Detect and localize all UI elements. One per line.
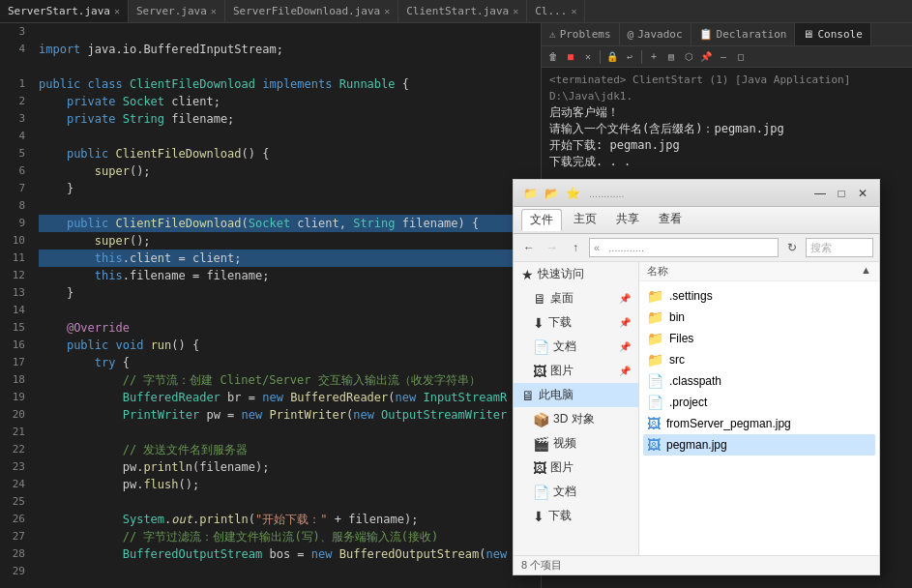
fe-up-btn[interactable]: ↑: [566, 238, 585, 257]
sidebar-videos[interactable]: 🎬 视频: [514, 431, 638, 456]
file-classpath-icon: 📄: [647, 373, 663, 389]
code-line: public void run() {: [39, 337, 541, 354]
code-line: public ClientFileDownload() {: [39, 145, 541, 162]
fe-tab-file[interactable]: 文件: [521, 209, 562, 231]
folder-icon: 📁: [521, 185, 539, 202]
remove-launch-btn[interactable]: ✕: [580, 49, 596, 65]
file-files-label: Files: [669, 332, 693, 345]
code-line: BufferedOutputStream bos = new BufferedO…: [39, 545, 541, 563]
documents-icon: 📄: [533, 339, 549, 355]
documents-label: 文档: [553, 338, 576, 355]
sidebar-3dobjects[interactable]: 📦 3D 对象: [514, 407, 638, 431]
code-line: }: [39, 284, 541, 302]
sort-arrow: ▲: [861, 264, 871, 279]
scroll-lock-btn[interactable]: 🔒: [604, 49, 620, 65]
display-selected-btn[interactable]: ▤: [663, 49, 679, 65]
code-line: [39, 58, 541, 75]
fe-forward-btn[interactable]: →: [543, 238, 562, 257]
sidebar-desktop[interactable]: 🖥 桌面 📌: [514, 286, 638, 310]
clear-console-btn[interactable]: 🗑: [545, 49, 561, 65]
code-line: BufferedReader br = new BufferedReader(n…: [39, 389, 541, 406]
code-line: try {: [39, 354, 541, 371]
tab-javadoc[interactable]: @ Javadoc: [620, 23, 691, 45]
code-line: this.client = client;: [39, 250, 541, 267]
file-item-bin[interactable]: 📁 bin: [643, 307, 875, 328]
tab-declaration[interactable]: 📋 Declaration: [691, 23, 796, 45]
file-item-fromserver[interactable]: 🖼 fromServer_pegman.jpg: [643, 413, 875, 434]
new-console-btn[interactable]: +: [646, 49, 662, 65]
desktop-icon: 🖥: [533, 291, 546, 307]
minimize-btn[interactable]: —: [811, 185, 829, 202]
fe-search-box[interactable]: 搜索: [806, 238, 873, 257]
code-line: [39, 493, 541, 511]
fe-file-list: 📁 .settings 📁 bin 📁 Files 📁 src 📄: [639, 281, 879, 459]
maximize-btn[interactable]: □: [833, 185, 850, 202]
code-line: public class ClientFileDownload implemen…: [39, 75, 541, 93]
fe-tab-share[interactable]: 共享: [608, 209, 647, 231]
tab-serverstart-close[interactable]: ✕: [114, 6, 120, 16]
thispc-icon: 🖥: [521, 388, 535, 403]
fe-tab-home[interactable]: 主页: [566, 209, 604, 231]
code-line: [39, 23, 541, 41]
file-item-project[interactable]: 📄 .project: [643, 392, 875, 413]
line-numbers: 341 2345 6789 10111213 14151617 18192021…: [0, 23, 31, 588]
tab-serverfiledownload[interactable]: ServerFileDownload.java ✕: [225, 0, 398, 22]
console-icon: 🖥: [803, 28, 813, 41]
minimize-btn[interactable]: —: [716, 49, 731, 65]
pictures-icon: 🖼: [533, 364, 546, 379]
sidebar-pictures2[interactable]: 🖼 图片: [514, 456, 638, 480]
tab-serverfiledownload-close[interactable]: ✕: [384, 6, 390, 16]
right-tabs: ⚠ Problems @ Javadoc 📋 Declaration 🖥 Con…: [542, 23, 912, 46]
code-line: }: [39, 180, 541, 197]
sidebar-quickaccess[interactable]: ★ 快速访问: [514, 262, 638, 286]
folder-settings-icon: 📁: [647, 288, 663, 304]
code-line: public ClientFileDownload(Socket client,…: [39, 215, 541, 232]
quickaccess-label: 快速访问: [538, 266, 584, 282]
sidebar-downloads2[interactable]: ⬇ 下载: [514, 504, 638, 528]
fe-refresh-btn[interactable]: ↻: [782, 238, 802, 257]
file-item-classpath[interactable]: 📄 .classpath: [643, 370, 875, 392]
file-item-pegman[interactable]: 🖼 pegman.jpg: [643, 434, 875, 456]
sidebar-documents2[interactable]: 📄 文档: [514, 480, 638, 504]
tab-clientstart-close[interactable]: ✕: [513, 6, 518, 16]
file-project-label: .project: [669, 396, 707, 409]
maximize-btn[interactable]: □: [733, 49, 749, 65]
fe-tab-view[interactable]: 查看: [651, 209, 690, 231]
code-line: pw.flush();: [39, 476, 541, 493]
tab-serverstart[interactable]: ServerStart.java ✕: [0, 0, 129, 22]
file-item-files[interactable]: 📁 Files: [643, 328, 875, 349]
tab-server[interactable]: Server.java ✕: [129, 0, 225, 22]
tab-server-close[interactable]: ✕: [211, 6, 217, 16]
fe-nav: ← → ↑ « ............ ↻ 搜索: [514, 234, 879, 262]
fe-status-text: 8 个项目: [521, 559, 562, 571]
sidebar-pictures[interactable]: 🖼 图片 📌: [514, 359, 638, 383]
tab-serverstart-label: ServerStart.java: [8, 5, 110, 17]
fe-back-btn[interactable]: ←: [519, 238, 539, 257]
close-btn[interactable]: ✕: [854, 185, 871, 202]
sidebar-thispc[interactable]: 🖥 此电脑: [514, 383, 638, 407]
code-line: super();: [39, 232, 541, 250]
tab-cl[interactable]: Cl... ✕: [527, 0, 585, 22]
downloads2-label: 下载: [548, 508, 572, 524]
tab-clientstart[interactable]: ClientStart.java ✕: [398, 0, 527, 22]
sidebar-documents[interactable]: 📄 文档 📌: [514, 335, 638, 359]
fe-body: ★ 快速访问 🖥 桌面 📌 ⬇ 下载 📌 📄 文档 📌 🖼 图片 �: [514, 262, 879, 555]
tab-console[interactable]: 🖥 Console: [795, 23, 870, 45]
desktop-label: 桌面: [550, 290, 574, 307]
fe-address-bar[interactable]: « ............: [589, 238, 779, 257]
stop-btn[interactable]: ■: [563, 49, 578, 65]
open-console-btn[interactable]: ⬡: [681, 49, 696, 65]
documents2-label: 文档: [553, 484, 576, 500]
tab-problems[interactable]: ⚠ Problems: [542, 23, 620, 45]
file-fromserver-label: fromServer_pegman.jpg: [666, 417, 791, 430]
file-item-settings[interactable]: 📁 .settings: [643, 285, 875, 307]
tab-clientstart-label: ClientStart.java: [406, 5, 509, 17]
tab-cl-label: Cl...: [535, 5, 567, 17]
tab-declaration-label: Declaration: [717, 28, 787, 41]
tab-cl-close[interactable]: ✕: [571, 6, 576, 16]
file-item-src[interactable]: 📁 src: [643, 349, 875, 370]
tab-server-label: Server.java: [136, 5, 207, 17]
sidebar-downloads[interactable]: ⬇ 下载 📌: [514, 310, 638, 335]
pin-btn[interactable]: 📌: [698, 49, 714, 65]
word-wrap-btn[interactable]: ↩: [622, 49, 637, 65]
